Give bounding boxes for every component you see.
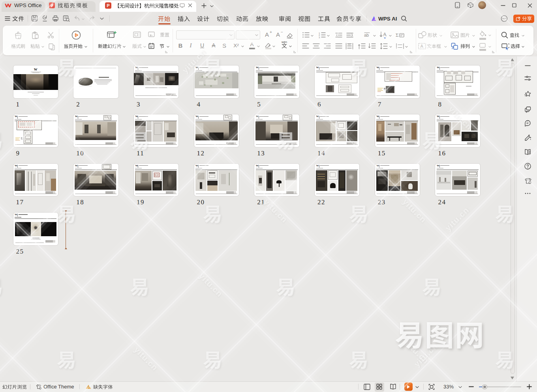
svg-text:3: 3 (319, 36, 320, 39)
svg-text:Σ: Σ (396, 32, 399, 38)
svg-text:P: P (107, 3, 109, 8)
svg-text:ab: ab (364, 33, 369, 37)
svg-text:<>: <> (348, 43, 351, 46)
svg-text:A: A (383, 32, 387, 37)
svg-text:A: A (421, 44, 424, 49)
